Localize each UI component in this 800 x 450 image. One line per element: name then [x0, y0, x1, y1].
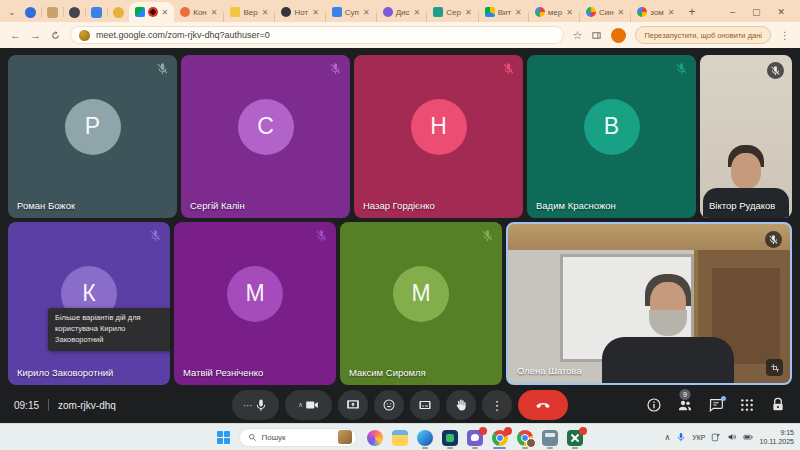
divider — [107, 7, 108, 17]
forward-icon[interactable]: → — [30, 29, 41, 41]
minimize-button[interactable]: – — [730, 7, 735, 17]
tab-label: зом — [650, 8, 664, 17]
tab-label: Сер — [446, 8, 461, 17]
participant-tile[interactable]: РРоман Божок — [8, 55, 177, 218]
pinned-tab-book-icon[interactable] — [47, 7, 58, 18]
restart-to-update-chip[interactable]: Перезапустити, щоб оновити дані — [635, 26, 771, 44]
activities-button[interactable] — [739, 397, 755, 413]
tab-close-icon[interactable]: ✕ — [515, 8, 522, 17]
apps-icon — [739, 397, 755, 413]
clock-text: 09:15 — [14, 400, 39, 411]
pinned-tab-person-app-icon[interactable] — [91, 7, 102, 18]
taskbar-icon-viber[interactable] — [466, 426, 484, 449]
pen-input-icon[interactable] — [711, 432, 721, 442]
volume-icon[interactable] — [727, 432, 737, 442]
mic-button[interactable]: ⋯ — [232, 390, 279, 420]
browser-tab-Кон[interactable]: Кон✕ — [174, 2, 223, 22]
maximize-button[interactable]: ▢ — [752, 7, 761, 17]
browser-tab-Нот[interactable]: Нот✕ — [275, 2, 324, 22]
captions-button[interactable] — [410, 390, 440, 420]
tab-list: ✕Кон✕Вер✕Нот✕Суп✕Дис✕Сер✕Вит✕мер✕Син✕зом… — [129, 2, 681, 22]
participant-tile[interactable]: Віктор Рудаков — [700, 55, 792, 218]
reactions-button[interactable] — [374, 390, 404, 420]
back-icon[interactable]: ← — [10, 29, 21, 41]
participant-tile[interactable]: ННазар Гордієнко — [354, 55, 523, 218]
language-indicator[interactable]: УКР — [692, 434, 705, 441]
taskbar-icon-calculator[interactable] — [541, 426, 559, 449]
browser-tab-Дис[interactable]: Дис✕ — [377, 2, 427, 22]
browser-tab-Суп[interactable]: Суп✕ — [326, 2, 376, 22]
tab-search-chevron-icon[interactable]: ⌄ — [8, 7, 16, 17]
meeting-code[interactable]: zom-rjkv-dhq — [58, 400, 116, 411]
pinned-tab-sphere-icon[interactable] — [69, 7, 80, 18]
browser-tab-мер[interactable]: мер✕ — [529, 2, 579, 22]
participant-avatar: С — [238, 99, 294, 155]
host-controls-button[interactable] — [770, 397, 786, 413]
taskbar-icon-copilot[interactable] — [366, 426, 384, 449]
chat-button[interactable] — [708, 397, 724, 413]
camera-button[interactable]: ∧ — [285, 390, 332, 420]
taskbar-icon-file-explorer[interactable] — [391, 426, 409, 449]
browser-tab-Вит[interactable]: Вит✕ — [479, 2, 528, 22]
bookmark-star-icon[interactable]: ☆ — [573, 29, 583, 42]
address-bar[interactable]: meet.google.com/zom-rjkv-dhq?authuser=0 — [70, 26, 564, 44]
pinned-tab-avatar-app-icon[interactable] — [113, 7, 124, 18]
tab-close-icon[interactable]: ✕ — [414, 8, 421, 17]
pinned-tab-go-circle-icon[interactable] — [25, 7, 36, 18]
mic-off-icon — [502, 62, 515, 75]
participant-tile[interactable]: ММаксим Сиромля — [340, 222, 502, 385]
divider — [48, 399, 49, 411]
participant-tile[interactable]: ССергій Калін — [181, 55, 350, 218]
tab-favicon — [383, 7, 393, 17]
start-button[interactable] — [217, 431, 230, 444]
tab-close-icon[interactable]: ✕ — [465, 8, 472, 17]
tab-close-icon[interactable]: ✕ — [162, 8, 169, 17]
taskbar-icon-chrome-profile[interactable] — [516, 426, 534, 449]
taskbar-icon-app-blue[interactable] — [441, 426, 459, 449]
raise-hand-button[interactable] — [446, 390, 476, 420]
tray-clock[interactable]: 9:15 10.11.2025 — [759, 428, 794, 446]
participant-tile[interactable]: ККирило ЗаковоротнийБільше варіантів дій… — [8, 222, 170, 385]
browser-tab-зом[interactable]: зом✕ — [631, 2, 680, 22]
more-options-button[interactable]: ⋮ — [482, 390, 512, 420]
mic-in-use-icon[interactable] — [676, 432, 686, 442]
battery-icon[interactable] — [743, 432, 753, 442]
new-tab-button[interactable]: + — [689, 5, 696, 19]
taskbar-search[interactable]: Пошук — [239, 428, 357, 447]
raise-hand-icon — [454, 398, 468, 412]
tab-close-icon[interactable]: ✕ — [262, 8, 269, 17]
participant-tile[interactable]: Олена Шатова — [506, 222, 792, 385]
browser-tab-Сер[interactable]: Сер✕ — [427, 2, 477, 22]
tab-label: мер — [548, 8, 562, 17]
present-icon — [346, 398, 360, 412]
crop-icon[interactable] — [766, 359, 783, 376]
reload-icon[interactable] — [50, 30, 61, 41]
url-text: meet.google.com/zom-rjkv-dhq?authuser=0 — [96, 30, 270, 40]
browser-tab-Вер[interactable]: Вер✕ — [224, 2, 274, 22]
side-panel-icon[interactable] — [591, 30, 602, 41]
search-placeholder: Пошук — [262, 433, 286, 442]
present-button[interactable] — [338, 390, 368, 420]
browser-menu-icon[interactable]: ⋮ — [780, 30, 790, 41]
tab-close-icon[interactable]: ✕ — [566, 8, 573, 17]
tab-close-icon[interactable]: ✕ — [363, 8, 370, 17]
profile-avatar[interactable] — [611, 28, 626, 43]
close-button[interactable]: ✕ — [777, 7, 785, 17]
browser-tab-Син[interactable]: Син✕ — [580, 2, 630, 22]
taskbar-icon-excel[interactable] — [566, 426, 584, 449]
taskbar-icon-chrome-main[interactable] — [491, 426, 509, 449]
meeting-info-button[interactable] — [646, 397, 662, 413]
taskbar-icon-edge[interactable] — [416, 426, 434, 449]
participant-tile[interactable]: ВВадим Красножон — [527, 55, 696, 218]
more-actions-tooltip: Більше варіантів дій для користувача Кир… — [48, 308, 170, 351]
participant-avatar: М — [227, 266, 283, 322]
people-button[interactable]: 9 — [677, 397, 693, 413]
tab-close-icon[interactable]: ✕ — [618, 8, 625, 17]
end-call-button[interactable] — [518, 390, 568, 420]
tab-close-icon[interactable]: ✕ — [312, 8, 319, 17]
tab-close-icon[interactable]: ✕ — [211, 8, 218, 17]
browser-tab-meet[interactable]: ✕ — [129, 2, 175, 22]
tab-close-icon[interactable]: ✕ — [668, 8, 675, 17]
participant-tile[interactable]: ММатвій Резніченко — [174, 222, 336, 385]
hidden-icons-chevron[interactable]: ∧ — [664, 433, 670, 442]
